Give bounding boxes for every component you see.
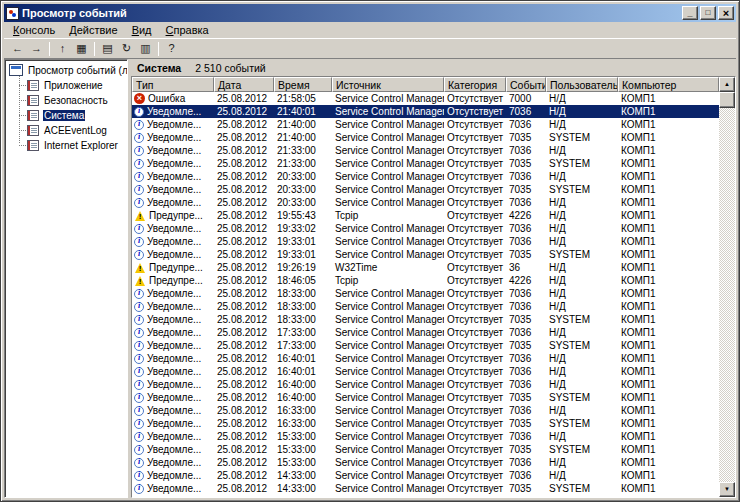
event-row[interactable]: Уведомле... 25.08.2012 14:33:00 Service … <box>132 482 719 495</box>
column-header-date[interactable]: Дата <box>214 77 274 92</box>
event-row[interactable]: Уведомле... 25.08.2012 17:33:00 Service … <box>132 339 719 352</box>
event-row[interactable]: Уведомле... 25.08.2012 16:40:00 Service … <box>132 378 719 391</box>
tree-root[interactable]: Просмотр событий (локальных) <box>7 62 127 78</box>
event-id: 7035 <box>506 482 546 495</box>
event-row[interactable]: Уведомле... 25.08.2012 17:33:00 Service … <box>132 326 719 339</box>
event-row[interactable]: Уведомле... 25.08.2012 16:40:00 Service … <box>132 391 719 404</box>
column-header-category[interactable]: Категория <box>444 77 506 92</box>
menu-view[interactable]: Вид <box>125 23 159 38</box>
event-row[interactable]: Уведомле... 25.08.2012 18:33:00 Service … <box>132 313 719 326</box>
export-list-icon[interactable]: ▥ <box>136 40 155 57</box>
event-category: Отсутствует <box>444 430 506 443</box>
event-row[interactable]: Предупре... 25.08.2012 18:46:05 Tcpip От… <box>132 274 719 287</box>
column-header-source[interactable]: Источник <box>332 77 444 92</box>
tree-item-безопасность[interactable]: Безопасность <box>16 93 127 108</box>
event-row[interactable]: Уведомле... 25.08.2012 15:33:00 Service … <box>132 430 719 443</box>
scroll-down-button[interactable]: ▼ <box>719 482 735 497</box>
event-source: Service Control Manager <box>332 456 444 469</box>
event-source: Service Control Manager <box>332 222 444 235</box>
console-tree-icon[interactable]: ▦ <box>72 40 91 57</box>
refresh-icon[interactable]: ↻ <box>117 40 136 57</box>
event-time: 21:33:00 <box>274 157 332 170</box>
column-header-time[interactable]: Время <box>274 77 332 92</box>
event-category: Отсутствует <box>444 118 506 131</box>
scroll-up-button[interactable]: ▲ <box>719 77 735 92</box>
scrollbar-thumb[interactable] <box>719 92 735 108</box>
event-category: Отсутствует <box>444 287 506 300</box>
event-type-cell: Уведомле... <box>132 443 214 456</box>
event-row[interactable]: Уведомле... 25.08.2012 21:40:01 Service … <box>132 105 719 118</box>
event-row[interactable]: Уведомле... 25.08.2012 19:33:01 Service … <box>132 248 719 261</box>
event-source: Service Control Manager <box>332 105 444 118</box>
event-row[interactable]: Уведомле... 25.08.2012 18:33:00 Service … <box>132 300 719 313</box>
event-row[interactable]: Уведомле... 25.08.2012 16:33:00 Service … <box>132 417 719 430</box>
vertical-scrollbar[interactable]: ▲ ▼ <box>719 77 735 497</box>
event-row[interactable]: Уведомле... 25.08.2012 21:33:00 Service … <box>132 144 719 157</box>
event-source: Service Control Manager <box>332 144 444 157</box>
event-type-label: Уведомле... <box>147 118 201 131</box>
event-type-cell: Уведомле... <box>132 495 214 497</box>
column-header-user[interactable]: Пользователь <box>546 77 618 92</box>
event-row[interactable]: Предупре... 25.08.2012 19:26:19 W32Time … <box>132 261 719 274</box>
event-row[interactable]: Ошибка 25.08.2012 21:58:05 Service Contr… <box>132 92 719 105</box>
event-type-cell: Уведомле... <box>132 469 214 482</box>
event-type-cell: Уведомле... <box>132 482 214 495</box>
column-header-event[interactable]: Событие <box>506 77 546 92</box>
event-row[interactable]: Уведомле... 25.08.2012 20:33:00 Service … <box>132 170 719 183</box>
event-source: Service Control Manager <box>332 378 444 391</box>
event-log-icon <box>27 125 39 136</box>
event-id: 7036 <box>506 300 546 313</box>
close-button[interactable]: × <box>718 6 734 20</box>
event-time: 16:33:00 <box>274 417 332 430</box>
event-type-icon <box>134 445 144 455</box>
event-type-icon <box>134 185 144 195</box>
column-header-type[interactable]: Тип <box>132 77 214 92</box>
event-user: Н/Д <box>546 222 618 235</box>
event-row[interactable]: Уведомле... 25.08.2012 15:33:00 Service … <box>132 443 719 456</box>
event-row[interactable]: Уведомле... 25.08.2012 16:40:01 Service … <box>132 352 719 365</box>
help-icon[interactable]: ? <box>162 40 181 57</box>
event-computer: КОМП1 <box>618 131 719 144</box>
event-row[interactable]: Уведомле... 25.08.2012 18:33:00 Service … <box>132 287 719 300</box>
tree-item-система[interactable]: Система <box>16 108 127 123</box>
event-row[interactable]: Уведомле... 25.08.2012 21:40:00 Service … <box>132 131 719 144</box>
forward-icon[interactable]: → <box>27 40 46 57</box>
event-source: Tcpip <box>332 209 444 222</box>
event-id: 7036 <box>506 352 546 365</box>
titlebar[interactable]: Просмотр событий _ □ × <box>4 4 736 22</box>
tree-item-приложение[interactable]: Приложение <box>16 78 127 93</box>
scrollbar-track[interactable] <box>719 92 735 482</box>
event-row[interactable]: Уведомле... 25.08.2012 21:33:00 Service … <box>132 157 719 170</box>
event-row[interactable]: Уведомле... 25.08.2012 14:33:00 Service … <box>132 495 719 497</box>
event-row[interactable]: Уведомле... 25.08.2012 20:33:00 Service … <box>132 196 719 209</box>
menu-action[interactable]: Действие <box>62 23 124 38</box>
event-row[interactable]: Уведомле... 25.08.2012 16:40:01 Service … <box>132 365 719 378</box>
menu-console[interactable]: Консоль <box>6 23 62 38</box>
event-type-label: Уведомле... <box>147 495 201 497</box>
event-row[interactable]: Уведомле... 25.08.2012 19:33:01 Service … <box>132 235 719 248</box>
event-row[interactable]: Уведомле... 25.08.2012 16:33:00 Service … <box>132 404 719 417</box>
event-type-label: Уведомле... <box>147 378 201 391</box>
maximize-button[interactable]: □ <box>700 6 716 20</box>
minimize-button[interactable]: _ <box>682 6 698 20</box>
event-type-cell: Уведомле... <box>132 287 214 300</box>
event-type-cell: Уведомле... <box>132 170 214 183</box>
event-type-label: Уведомле... <box>147 183 201 196</box>
back-icon[interactable]: ← <box>8 40 27 57</box>
event-row[interactable]: Предупре... 25.08.2012 19:55:43 Tcpip От… <box>132 209 719 222</box>
column-header-computer[interactable]: Компьютер <box>618 77 719 92</box>
event-category: Отсутствует <box>444 261 506 274</box>
menu-help[interactable]: Справка <box>159 23 216 38</box>
properties-icon[interactable]: ▤ <box>98 40 117 57</box>
event-row[interactable]: Уведомле... 25.08.2012 19:33:02 Service … <box>132 222 719 235</box>
event-type-icon <box>134 107 144 117</box>
tree-item-internet-explorer[interactable]: Internet Explorer <box>16 138 127 153</box>
tree-item-aceeventlog[interactable]: ACEEventLog <box>16 123 127 138</box>
up-level-icon[interactable]: ↑ <box>53 40 72 57</box>
event-row[interactable]: Уведомле... 25.08.2012 21:40:00 Service … <box>132 118 719 131</box>
event-row[interactable]: Уведомле... 25.08.2012 20:33:00 Service … <box>132 183 719 196</box>
event-row[interactable]: Уведомле... 25.08.2012 14:33:00 Service … <box>132 469 719 482</box>
event-user: Н/Д <box>546 404 618 417</box>
event-row[interactable]: Уведомле... 25.08.2012 15:33:00 Service … <box>132 456 719 469</box>
event-computer: КОМП1 <box>618 261 719 274</box>
